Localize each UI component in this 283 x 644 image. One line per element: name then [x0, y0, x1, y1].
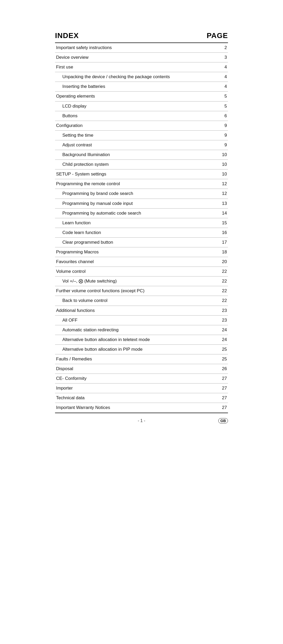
- table-row: Programming by automatic code search14: [55, 208, 228, 218]
- toc-entry-label: Device overview: [55, 53, 218, 62]
- table-row: Automatic station redirecting24: [55, 325, 228, 335]
- table-row: Further volume control functions (except…: [55, 286, 228, 296]
- toc-entry-label: Inserting the batteries: [55, 82, 218, 92]
- table-row: Programming by brand code search12: [55, 189, 228, 199]
- toc-entry-page: 22: [218, 267, 228, 276]
- toc-entry-label: Volume control: [55, 267, 218, 276]
- index-label: INDEX: [55, 31, 79, 40]
- toc-entry-page: 16: [218, 228, 228, 237]
- toc-entry-label: Programming Macros: [55, 247, 218, 257]
- table-row: Volume control22: [55, 267, 228, 276]
- toc-entry-page: 6: [218, 111, 228, 121]
- footer-locale-badge: GB: [218, 418, 228, 423]
- toc-entry-page: 27: [218, 393, 228, 403]
- toc-entry-label: Alternative button allocation in teletex…: [55, 335, 218, 344]
- toc-entry-label: All OFF: [55, 315, 218, 325]
- toc-entry-label: Programming by brand code search: [55, 189, 218, 199]
- table-row: Inserting the batteries4: [55, 82, 228, 92]
- footer-page-number: - 1 -: [138, 418, 145, 423]
- table-row: All OFF23: [55, 315, 228, 325]
- toc-table: Important safety instructions2Device ove…: [55, 43, 228, 413]
- toc-entry-page: 10: [218, 160, 228, 169]
- toc-entry-label: Alternative button allocation in PIP mod…: [55, 344, 218, 354]
- table-row: Learn function15: [55, 218, 228, 228]
- footer: - 1 - GB: [55, 418, 228, 423]
- toc-entry-label: LCD display: [55, 101, 218, 111]
- toc-entry-label: Important safety instructions: [55, 43, 218, 53]
- toc-entry-page: 5: [218, 92, 228, 101]
- toc-entry-label: Configuration: [55, 121, 218, 130]
- toc-entry-page: 15: [218, 218, 228, 228]
- toc-entry-page: 10: [218, 150, 228, 160]
- toc-entry-label: Programming by automatic code search: [55, 208, 218, 218]
- table-row: Programming Macros18: [55, 247, 228, 257]
- toc-entry-label: Vol +/–, ⨂ (Mute switching): [55, 276, 218, 286]
- toc-entry-page: 22: [218, 286, 228, 296]
- table-row: Alternative button allocation in PIP mod…: [55, 344, 228, 354]
- toc-entry-page: 9: [218, 140, 228, 150]
- toc-entry-page: 27: [218, 384, 228, 393]
- table-row: Operating elements5: [55, 92, 228, 101]
- toc-entry-label: Child protection system: [55, 160, 218, 169]
- table-row: Programming the remote control12: [55, 179, 228, 189]
- toc-entry-page: 9: [218, 121, 228, 130]
- toc-entry-label: Buttons: [55, 111, 218, 121]
- table-row: Additional functions23: [55, 306, 228, 315]
- table-row: Vol +/–, ⨂ (Mute switching)22: [55, 276, 228, 286]
- toc-entry-label: Adjust contrast: [55, 140, 218, 150]
- toc-entry-label: Automatic station redirecting: [55, 325, 218, 335]
- table-row: Programming by manual code input13: [55, 199, 228, 208]
- toc-entry-page: 2: [218, 43, 228, 53]
- page-container: INDEX PAGE Important safety instructions…: [52, 31, 231, 423]
- toc-entry-label: Favourites channel: [55, 257, 218, 267]
- toc-entry-page: 4: [218, 72, 228, 82]
- toc-entry-label: Disposal: [55, 364, 218, 374]
- table-row: Code learn function16: [55, 228, 228, 237]
- toc-entry-label: Programming the remote control: [55, 179, 218, 189]
- toc-entry-page: 14: [218, 208, 228, 218]
- table-row: Important safety instructions2: [55, 43, 228, 53]
- toc-entry-label: First use: [55, 62, 218, 72]
- page-label: PAGE: [207, 31, 228, 40]
- table-row: Device overview3: [55, 53, 228, 62]
- table-row: Background Illumination10: [55, 150, 228, 160]
- table-row: Alternative button allocation in teletex…: [55, 335, 228, 344]
- toc-entry-page: 10: [218, 169, 228, 179]
- toc-entry-label: Operating elements: [55, 92, 218, 101]
- table-row: First use4: [55, 62, 228, 72]
- toc-entry-label: Background Illumination: [55, 150, 218, 160]
- toc-entry-label: Importer: [55, 384, 218, 393]
- toc-entry-label: Additional functions: [55, 306, 218, 315]
- table-row: Back to volume control22: [55, 296, 228, 306]
- toc-entry-label: Further volume control functions (except…: [55, 286, 218, 296]
- toc-entry-label: Faults / Remedies: [55, 354, 218, 364]
- table-row: Buttons6: [55, 111, 228, 121]
- toc-entry-label: Setting the time: [55, 130, 218, 140]
- toc-entry-label: Unpacking the device / checking the pack…: [55, 72, 218, 82]
- toc-entry-page: 9: [218, 130, 228, 140]
- toc-entry-label: Programming by manual code input: [55, 199, 218, 208]
- toc-entry-page: 4: [218, 62, 228, 72]
- toc-entry-page: 20: [218, 257, 228, 267]
- toc-entry-page: 22: [218, 276, 228, 286]
- toc-entry-page: 27: [218, 374, 228, 384]
- table-row: Unpacking the device / checking the pack…: [55, 72, 228, 82]
- toc-entry-page: 27: [218, 403, 228, 413]
- table-row: Importer27: [55, 384, 228, 393]
- toc-entry-page: 3: [218, 53, 228, 62]
- toc-entry-page: 12: [218, 189, 228, 199]
- toc-entry-page: 25: [218, 344, 228, 354]
- toc-entry-label: Technical data: [55, 393, 218, 403]
- toc-entry-label: Clear programmed button: [55, 237, 218, 247]
- toc-entry-label: Learn function: [55, 218, 218, 228]
- toc-entry-label: SETUP - System settings: [55, 169, 218, 179]
- table-row: Child protection system10: [55, 160, 228, 169]
- toc-entry-page: 13: [218, 199, 228, 208]
- table-row: Setting the time9: [55, 130, 228, 140]
- table-row: Important Warranty Notices27: [55, 403, 228, 413]
- toc-entry-page: 26: [218, 364, 228, 374]
- toc-entry-page: 22: [218, 296, 228, 306]
- table-row: LCD display5: [55, 101, 228, 111]
- table-row: CE- Conformity27: [55, 374, 228, 384]
- toc-entry-page: 18: [218, 247, 228, 257]
